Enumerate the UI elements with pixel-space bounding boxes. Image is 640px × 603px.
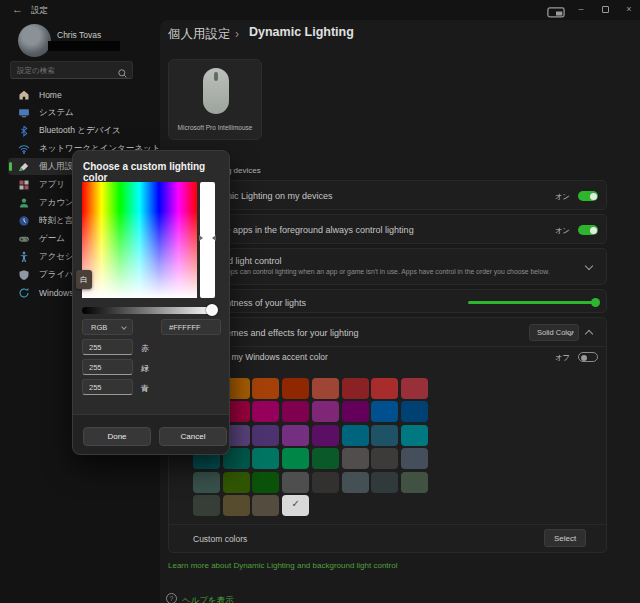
settings-search-box[interactable]	[10, 61, 133, 79]
picture-in-picture-icon[interactable]	[547, 4, 565, 15]
minimize-button[interactable]: –	[572, 0, 590, 18]
checkmark-icon: ✓	[282, 498, 309, 509]
color-spectrum[interactable]	[82, 182, 197, 298]
color-swatch[interactable]	[401, 425, 428, 446]
value-slider[interactable]	[82, 307, 216, 314]
slider-thumb[interactable]	[591, 298, 600, 307]
color-swatch[interactable]	[312, 401, 339, 422]
color-swatch[interactable]	[401, 401, 428, 422]
color-swatch[interactable]	[401, 378, 428, 399]
maximize-button[interactable]	[596, 0, 614, 18]
row-use-dynamic-lighting: Use Dynamic Lighting on my devices オン	[168, 180, 607, 210]
custom-colors-label: Custom colors	[193, 534, 247, 544]
close-button[interactable]: ×	[620, 0, 638, 18]
color-swatch[interactable]	[223, 472, 250, 493]
color-swatch[interactable]	[252, 401, 279, 422]
green-label: 緑	[141, 363, 149, 374]
color-swatch[interactable]	[252, 495, 279, 516]
device-card[interactable]: Microsoft Pro Intellimouse	[168, 59, 262, 140]
value-bar[interactable]	[200, 182, 215, 298]
get-help-link[interactable]: ヘルプを表示	[182, 595, 234, 603]
color-swatch[interactable]	[252, 425, 279, 446]
value-bar-marker-icon	[212, 235, 216, 241]
search-icon	[117, 65, 128, 76]
color-swatch[interactable]	[342, 472, 369, 493]
color-swatch[interactable]	[282, 472, 309, 493]
brightness-slider[interactable]	[468, 299, 600, 305]
cancel-button[interactable]: Cancel	[159, 427, 227, 446]
row-background-light-control[interactable]: Background light control Background apps…	[168, 248, 607, 285]
select-custom-color-button[interactable]: Select	[544, 529, 586, 547]
color-swatch[interactable]	[342, 448, 369, 469]
profile-name: Chris Tovas	[57, 30, 101, 40]
color-swatch-selected[interactable]: ✓	[282, 495, 309, 516]
learn-more-link[interactable]: Learn more about Dynamic Lighting and ba…	[168, 561, 397, 570]
color-swatch[interactable]	[342, 378, 369, 399]
color-swatch[interactable]	[371, 425, 398, 446]
color-swatch[interactable]	[312, 425, 339, 446]
color-swatch[interactable]	[312, 472, 339, 493]
sidebar-item-bluetooth[interactable]: Bluetooth とデバイス	[8, 122, 158, 139]
blue-input[interactable]	[82, 379, 133, 395]
color-model-dropdown[interactable]: RGB	[82, 319, 133, 335]
maximize-icon	[602, 6, 609, 13]
red-input[interactable]	[82, 339, 133, 355]
dialog-title: Choose a custom lighting color	[83, 161, 229, 183]
sidebar-item-home[interactable]: Home	[8, 86, 158, 103]
sidebar-item-system[interactable]: システム	[8, 104, 158, 121]
chevron-up-icon[interactable]	[585, 330, 593, 338]
apps-icon	[18, 179, 30, 191]
window-title: 設定	[31, 5, 48, 17]
toggle-knob	[590, 193, 597, 200]
color-swatch[interactable]	[193, 472, 220, 493]
account-icon	[18, 197, 30, 209]
system-icon	[18, 107, 30, 119]
search-input[interactable]	[17, 62, 112, 78]
red-label: 赤	[141, 343, 149, 354]
value-slider-thumb[interactable]	[206, 304, 218, 316]
value-bar-marker-icon	[199, 235, 203, 241]
effects-dropdown[interactable]: Solid Color	[529, 324, 579, 341]
color-swatch[interactable]	[252, 472, 279, 493]
avatar[interactable]	[18, 24, 51, 57]
update-icon	[18, 287, 30, 299]
foreground-apps-toggle[interactable]	[578, 225, 598, 235]
help-icon: ?	[166, 593, 177, 603]
color-swatch[interactable]	[371, 378, 398, 399]
color-swatch[interactable]	[193, 495, 220, 516]
color-swatch[interactable]	[223, 495, 250, 516]
green-input[interactable]	[82, 359, 133, 375]
color-swatch[interactable]	[282, 448, 309, 469]
color-swatch[interactable]	[282, 425, 309, 446]
toggle-state-label: オン	[555, 226, 570, 236]
games-icon	[18, 233, 30, 245]
use-lighting-toggle[interactable]	[578, 191, 598, 201]
color-swatch[interactable]	[312, 448, 339, 469]
color-swatch[interactable]	[252, 448, 279, 469]
accent-match-toggle[interactable]	[578, 352, 598, 362]
color-swatch[interactable]	[401, 448, 428, 469]
toggle-knob	[590, 227, 597, 234]
color-swatch[interactable]	[282, 378, 309, 399]
divider	[169, 524, 606, 525]
color-swatch[interactable]	[371, 401, 398, 422]
color-swatch[interactable]	[252, 378, 279, 399]
color-swatch[interactable]	[401, 472, 428, 493]
page-title: Dynamic Lighting	[249, 25, 354, 39]
chevron-down-icon[interactable]	[585, 262, 593, 270]
done-button[interactable]: Done	[83, 427, 151, 446]
color-swatch[interactable]	[282, 401, 309, 422]
color-swatch[interactable]	[371, 472, 398, 493]
personalization-icon	[18, 161, 30, 173]
home-icon	[18, 89, 30, 101]
back-button[interactable]: ←	[12, 3, 23, 15]
dialog-footer: Done Cancel	[73, 414, 229, 454]
hex-input[interactable]	[161, 319, 221, 335]
sidebar-item-label: Home	[39, 90, 62, 100]
color-swatch[interactable]	[371, 448, 398, 469]
sidebar-item-label: Bluetooth とデバイス	[39, 125, 121, 137]
color-swatch[interactable]	[312, 378, 339, 399]
color-swatch[interactable]	[342, 425, 369, 446]
color-swatch[interactable]	[342, 401, 369, 422]
breadcrumb[interactable]: 個人用設定	[168, 26, 231, 43]
